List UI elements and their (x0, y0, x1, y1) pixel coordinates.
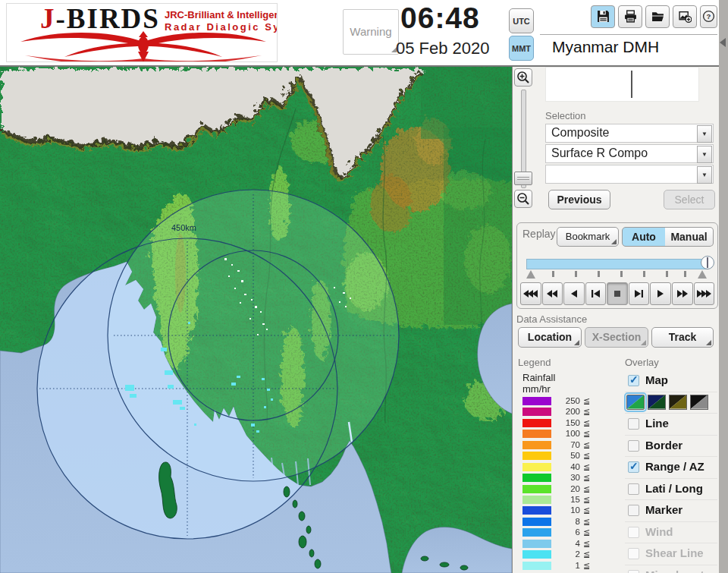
jbirds-logo: J-BIRDS JRC-Brilliant & Intelligent Rada… (6, 3, 278, 62)
overlay-row-marker[interactable]: Marker (625, 499, 717, 521)
legend-value: 20 (556, 484, 580, 493)
legend-swatch (522, 452, 551, 460)
overlay-row-border[interactable]: Border (625, 435, 717, 457)
bookmark-button[interactable]: Bookmark (557, 227, 619, 247)
selection-dropdown-1[interactable]: Composite ▼ (545, 124, 714, 143)
map-style-swatch-1[interactable] (626, 395, 645, 410)
help-button[interactable]: ? (700, 5, 717, 28)
overlay-row-line[interactable]: Line (625, 413, 717, 435)
overlay-row-range-az[interactable]: Range / AZ (625, 456, 717, 478)
previous-button[interactable]: Previous (548, 190, 610, 209)
rewind-button[interactable] (542, 282, 563, 305)
overlay-item-label: Range / AZ (645, 460, 704, 473)
open-folder-button[interactable] (645, 5, 670, 28)
chevron-down-icon[interactable]: ▼ (697, 146, 712, 163)
map-style-swatch-2[interactable] (648, 395, 666, 410)
checkbox[interactable] (628, 461, 639, 473)
legend-swatch (522, 419, 551, 427)
replay-progress-track[interactable] (526, 259, 708, 269)
play-reverse-button[interactable] (563, 282, 585, 305)
help-icon: ? (702, 10, 715, 23)
legend-swatch (522, 562, 551, 570)
forward-fast-button[interactable] (694, 282, 715, 305)
warning-button[interactable]: Warning (343, 9, 399, 55)
overlay-row-lati-long[interactable]: Lati / Long (625, 478, 717, 500)
clock-date: 05 Feb 2020 (396, 39, 490, 58)
range-start-marker[interactable] (526, 270, 535, 279)
add-image-button[interactable] (673, 5, 697, 28)
replay-slider-thumb[interactable] (701, 256, 714, 269)
warning-label: Warning (350, 25, 391, 38)
step-forward-button[interactable] (629, 282, 650, 305)
legend-row: 15≦ (522, 495, 606, 505)
station-input[interactable] (545, 67, 699, 102)
location-button[interactable]: Location (518, 327, 582, 348)
zoom-in-button[interactable] (514, 68, 532, 87)
play-button[interactable] (650, 282, 671, 305)
legend-row: 50≦ (522, 451, 606, 461)
checkbox[interactable] (628, 440, 639, 452)
zoom-slider-thumb[interactable] (514, 172, 532, 185)
lte-symbol: ≦ (583, 473, 590, 483)
corner-triangle-icon (574, 340, 579, 345)
legend-swatch (522, 496, 551, 504)
selection-dropdown-3[interactable]: ▼ (545, 165, 714, 184)
legend-swatch (522, 408, 551, 416)
chevron-down-icon[interactable]: ▼ (697, 125, 712, 143)
lte-symbol: ≦ (583, 484, 590, 494)
lte-symbol: ≦ (583, 429, 590, 439)
header-divider (540, 34, 717, 35)
legend-value: 200 (556, 407, 580, 416)
checkbox[interactable] (628, 483, 639, 495)
forward-button[interactable] (672, 282, 693, 305)
lte-symbol: ≦ (583, 396, 590, 406)
bookmark-label: Bookmark (566, 231, 610, 242)
legend-row: 1≦ (522, 561, 606, 571)
legend-row: 150≦ (522, 418, 606, 429)
mmt-button[interactable]: MMT (509, 36, 534, 61)
manual-button[interactable]: Manual (665, 227, 714, 247)
map-style-swatch-3[interactable] (669, 395, 687, 410)
playback-controls (520, 282, 714, 305)
checkbox[interactable] (628, 418, 639, 430)
overlay-row-microburst: Microburst (625, 565, 717, 573)
legend-swatch (522, 463, 551, 471)
select-button: Select (664, 190, 715, 209)
map-style-row (625, 392, 717, 414)
legend-swatch (522, 528, 551, 537)
range-end-marker[interactable] (698, 270, 707, 279)
replay-ticks (526, 270, 707, 279)
track-button[interactable]: Track (651, 327, 714, 348)
lte-symbol: ≦ (583, 418, 590, 428)
legend-value: 40 (556, 462, 580, 471)
step-back-button[interactable] (585, 282, 607, 305)
checkbox[interactable] (628, 505, 639, 516)
legend-row: 10≦ (522, 505, 606, 516)
chevron-down-icon[interactable]: ▼ (697, 166, 712, 184)
auto-button[interactable]: Auto (622, 227, 666, 247)
print-button[interactable] (618, 5, 642, 28)
lte-symbol: ≦ (583, 440, 590, 450)
collapse-panel-icon[interactable] (720, 38, 726, 47)
data-assistance-label: Data Assistance (516, 313, 587, 325)
legend-unit: mm/hr (522, 383, 551, 395)
overlay-item-label: Shear Line (645, 546, 704, 559)
utc-button[interactable]: UTC (509, 8, 534, 33)
legend-label: Legend (518, 357, 551, 368)
checkbox[interactable] (628, 375, 639, 386)
selection-label: Selection (545, 110, 585, 121)
legend-row: 250≦ (522, 396, 606, 407)
selection-dropdown-2[interactable]: Surface R Compo ▼ (545, 144, 714, 163)
map-style-swatch-4[interactable] (690, 395, 708, 410)
lte-symbol: ≦ (583, 505, 590, 515)
stop-button[interactable] (607, 282, 628, 305)
save-button[interactable] (591, 5, 615, 28)
zoom-out-button[interactable] (514, 190, 532, 208)
legend-value: 100 (556, 429, 580, 438)
overlay-row-map[interactable]: Map (625, 370, 717, 392)
dropdown-value: Composite (551, 126, 609, 140)
play-icon (656, 289, 665, 298)
radar-map-viewport[interactable]: 450km (0, 67, 512, 573)
rewind-fast-button[interactable] (520, 282, 541, 305)
legend-row: 40≦ (522, 462, 606, 473)
